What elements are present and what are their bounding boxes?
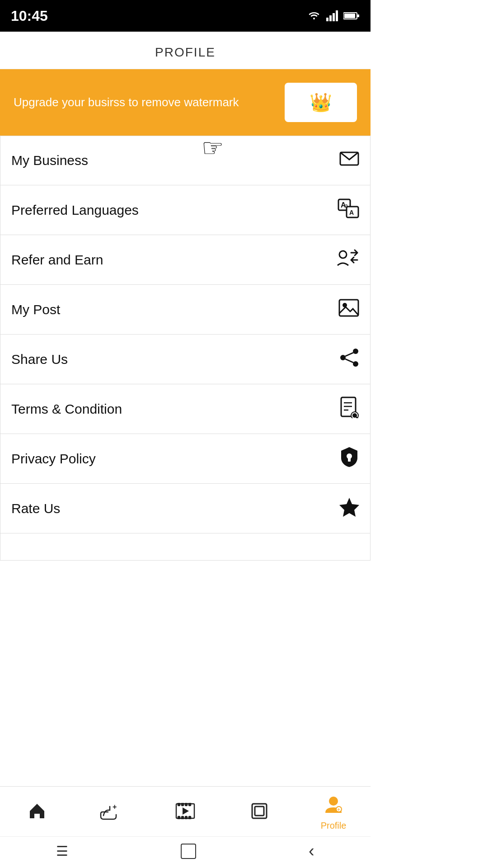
back-button[interactable]: ‹ — [309, 841, 314, 861]
svg-rect-14 — [339, 300, 358, 316]
svg-marker-30 — [339, 498, 359, 517]
share-icon — [339, 348, 359, 371]
menu-item-label: Preferred Languages — [11, 203, 139, 218]
bottom-nav-items: + — [0, 787, 371, 836]
profile-icon: + — [324, 795, 343, 819]
svg-point-16 — [353, 349, 358, 354]
svg-rect-34 — [182, 803, 183, 806]
svg-rect-3 — [336, 10, 338, 21]
menu-button[interactable]: ☰ — [56, 843, 68, 859]
nav-item-home[interactable] — [0, 802, 74, 824]
menu-item-label: My Business — [11, 153, 88, 168]
menu-item-my-business[interactable]: My Business ☞ — [0, 136, 371, 185]
svg-rect-2 — [333, 13, 335, 21]
svg-rect-0 — [326, 18, 328, 21]
svg-rect-39 — [185, 816, 187, 819]
upgrade-banner[interactable]: Upgrade your busirss to remove watermark… — [0, 69, 371, 136]
image-icon — [338, 298, 359, 321]
svg-text:A: A — [349, 209, 354, 216]
menu-list: My Business ☞ Preferred Languages A a A … — [0, 136, 371, 561]
status-time: 10:45 — [11, 8, 48, 24]
svg-rect-6 — [357, 14, 359, 17]
system-nav: ☰ ‹ — [0, 836, 371, 868]
video-icon — [175, 803, 195, 823]
menu-item-label: Refer and Earn — [11, 252, 103, 268]
svg-marker-41 — [183, 807, 189, 815]
svg-rect-33 — [178, 803, 180, 806]
nav-item-profile[interactable]: + Profile — [296, 795, 371, 831]
nav-item-frame[interactable] — [222, 802, 296, 824]
page-title-bar: PROFILE — [0, 32, 371, 69]
menu-item-share-us[interactable]: Share Us — [0, 335, 371, 384]
translate-icon: A a A — [338, 198, 359, 223]
upgrade-button[interactable]: 👑 — [285, 83, 357, 122]
menu-item-privacy-policy[interactable]: Privacy Policy — [0, 434, 371, 484]
mail-icon — [339, 149, 359, 172]
profile-nav-label: Profile — [321, 821, 347, 831]
refer-icon — [337, 248, 359, 272]
add-hand-icon: + — [100, 802, 122, 824]
menu-item-label: My Post — [11, 302, 60, 317]
battery-icon — [343, 11, 360, 20]
svg-rect-29 — [348, 458, 351, 462]
rate-icon — [339, 497, 359, 520]
menu-item-partial[interactable] — [0, 533, 371, 561]
svg-rect-37 — [178, 816, 180, 819]
menu-item-label: Terms & Condition — [11, 401, 122, 417]
svg-point-44 — [329, 797, 338, 806]
nav-item-video[interactable] — [148, 803, 222, 823]
svg-point-18 — [353, 361, 358, 367]
nav-item-add[interactable]: + — [74, 802, 148, 824]
svg-point-17 — [340, 355, 346, 360]
frame-icon — [250, 802, 268, 824]
menu-item-preferred-languages[interactable]: Preferred Languages A a A — [0, 185, 371, 235]
menu-item-terms-condition[interactable]: Terms & Condition — [0, 384, 371, 434]
page-title: PROFILE — [155, 45, 216, 59]
crown-icon: 👑 — [310, 92, 332, 113]
privacy-icon — [339, 446, 359, 472]
menu-item-label: Share Us — [11, 352, 68, 367]
svg-rect-5 — [344, 14, 355, 18]
svg-rect-35 — [185, 803, 187, 806]
status-icons — [307, 10, 360, 21]
menu-item-label: Rate Us — [11, 501, 60, 516]
svg-text:+: + — [337, 807, 340, 813]
signal-icon — [326, 10, 338, 21]
terms-icon — [339, 396, 359, 422]
svg-rect-1 — [329, 15, 332, 21]
svg-text:+: + — [113, 803, 117, 811]
svg-point-13 — [339, 251, 347, 258]
svg-rect-40 — [189, 816, 191, 819]
menu-item-my-post[interactable]: My Post — [0, 285, 371, 335]
menu-item-refer-and-earn[interactable]: Refer and Earn — [0, 235, 371, 285]
bottom-nav: + — [0, 786, 371, 868]
status-bar: 10:45 — [0, 0, 371, 32]
menu-item-label: Privacy Policy — [11, 451, 96, 467]
svg-line-20 — [345, 359, 353, 363]
home-icon — [28, 802, 46, 824]
wifi-icon — [307, 10, 321, 21]
svg-rect-38 — [182, 816, 183, 819]
cursor-icon: ☞ — [202, 133, 224, 162]
svg-rect-43 — [255, 807, 264, 816]
svg-rect-36 — [189, 803, 191, 806]
menu-item-rate-us[interactable]: Rate Us — [0, 484, 371, 533]
home-button[interactable] — [181, 844, 196, 859]
svg-line-19 — [345, 353, 353, 356]
upgrade-text: Upgrade your busirss to remove watermark — [14, 94, 276, 110]
